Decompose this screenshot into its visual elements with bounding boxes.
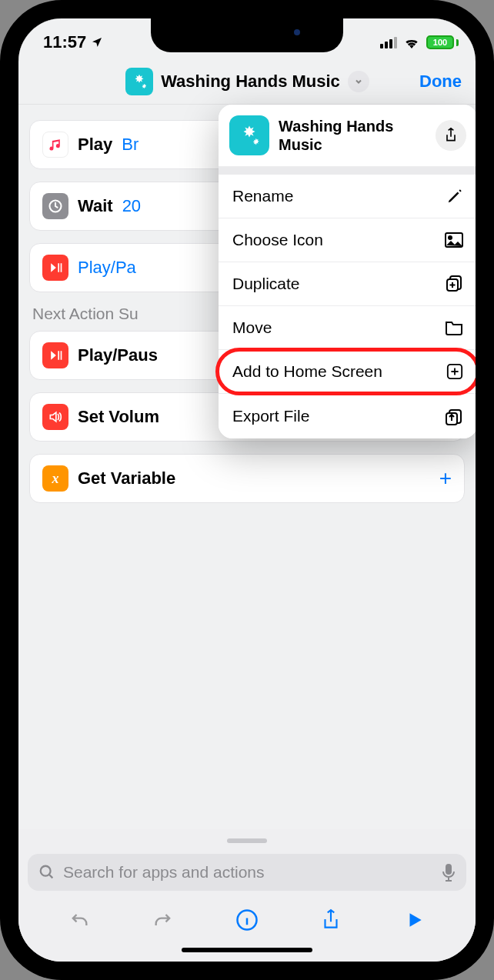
run-button[interactable] bbox=[399, 905, 430, 935]
menu-label: Add to Home Screen bbox=[232, 362, 382, 381]
share-icon bbox=[443, 127, 459, 144]
search-icon bbox=[38, 864, 55, 881]
menu-label: Move bbox=[232, 318, 272, 337]
menu-move[interactable]: Move bbox=[219, 306, 477, 350]
menu-label: Choose Icon bbox=[232, 231, 323, 249]
suggestion-get-variable[interactable]: x Get Variable + bbox=[29, 454, 465, 503]
info-icon bbox=[235, 908, 259, 932]
suggestion-label: Get Variable bbox=[78, 468, 175, 488]
wifi-icon bbox=[403, 36, 420, 48]
play-pause-icon bbox=[42, 342, 68, 368]
done-button[interactable]: Done bbox=[419, 72, 462, 92]
share-button-toolbar[interactable] bbox=[315, 905, 346, 935]
play-icon bbox=[405, 910, 425, 930]
home-indicator[interactable] bbox=[182, 948, 312, 952]
menu-label: Rename bbox=[232, 187, 293, 205]
action-token: 20 bbox=[122, 196, 141, 216]
menu-duplicate[interactable]: Duplicate bbox=[219, 262, 477, 306]
search-placeholder: Search for apps and actions bbox=[63, 863, 265, 882]
pencil-icon bbox=[446, 188, 463, 205]
clock-icon bbox=[42, 193, 68, 219]
volume-icon bbox=[42, 404, 68, 430]
chevron-down-icon[interactable] bbox=[348, 71, 369, 92]
location-icon bbox=[91, 36, 103, 48]
action-label: Play/Pa bbox=[78, 258, 136, 278]
bottom-toolbar bbox=[28, 891, 466, 943]
menu-add-home-screen[interactable]: Add to Home Screen bbox=[219, 350, 477, 394]
menu-export-file[interactable]: Export File bbox=[219, 394, 477, 438]
undo-icon bbox=[68, 909, 90, 931]
cellular-signal-icon bbox=[380, 37, 397, 48]
share-button[interactable] bbox=[436, 120, 466, 151]
variable-icon: x bbox=[42, 465, 68, 492]
search-input[interactable]: Search for apps and actions bbox=[28, 854, 466, 891]
popup-title: Washing Hands Music bbox=[279, 117, 426, 154]
shortcut-app-icon bbox=[229, 115, 269, 155]
mic-icon[interactable] bbox=[442, 863, 456, 882]
export-icon bbox=[445, 406, 463, 426]
info-button[interactable] bbox=[232, 905, 262, 935]
undo-button[interactable] bbox=[64, 905, 95, 935]
shortcut-title[interactable]: Washing Hands Music bbox=[161, 72, 340, 92]
svg-point-6 bbox=[41, 866, 51, 876]
action-label: Wait bbox=[78, 196, 113, 216]
shortcut-options-popup: Washing Hands Music Rename Choose Icon D… bbox=[219, 105, 477, 438]
editor-header: Washing Hands Music Done bbox=[18, 58, 476, 105]
duplicate-icon bbox=[445, 275, 463, 293]
redo-icon bbox=[152, 909, 174, 931]
redo-button[interactable] bbox=[148, 905, 179, 935]
suggestion-label: Play/Paus bbox=[78, 345, 158, 365]
battery-icon: 100 bbox=[426, 35, 459, 49]
action-token: Br bbox=[122, 135, 139, 155]
folder-icon bbox=[445, 320, 463, 335]
device-notch bbox=[151, 18, 343, 52]
svg-point-2 bbox=[449, 236, 452, 239]
status-time: 11:57 bbox=[43, 32, 86, 52]
play-pause-icon bbox=[42, 255, 68, 281]
drag-handle[interactable] bbox=[227, 838, 267, 843]
image-icon bbox=[445, 232, 463, 248]
svg-rect-7 bbox=[446, 864, 452, 875]
menu-label: Export File bbox=[232, 407, 309, 425]
menu-rename[interactable]: Rename bbox=[219, 175, 477, 218]
suggestion-label: Set Volum bbox=[78, 407, 159, 427]
bottom-panel: Search for apps and actions bbox=[18, 829, 476, 962]
share-icon bbox=[321, 908, 341, 932]
menu-label: Duplicate bbox=[232, 275, 300, 293]
action-label: Play bbox=[78, 135, 112, 155]
music-icon bbox=[42, 132, 68, 158]
plus-app-icon bbox=[446, 363, 463, 380]
shortcut-app-icon bbox=[125, 68, 153, 95]
add-icon[interactable]: + bbox=[439, 466, 452, 491]
menu-choose-icon[interactable]: Choose Icon bbox=[219, 218, 477, 262]
